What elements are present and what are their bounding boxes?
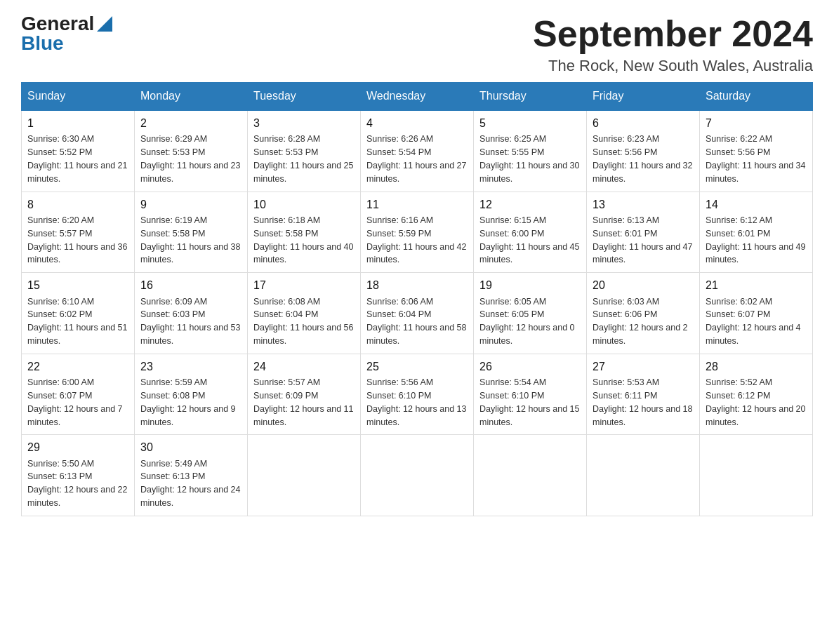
day-info: Sunrise: 6:08 AMSunset: 6:04 PMDaylight:…: [253, 297, 353, 347]
calendar-cell: 20 Sunrise: 6:03 AMSunset: 6:06 PMDaylig…: [587, 273, 700, 354]
calendar-cell: [248, 435, 361, 516]
header-sunday: Sunday: [22, 83, 135, 111]
header-wednesday: Wednesday: [361, 83, 474, 111]
day-info: Sunrise: 6:03 AMSunset: 6:06 PMDaylight:…: [593, 297, 688, 347]
calendar-cell: 5 Sunrise: 6:25 AMSunset: 5:55 PMDayligh…: [474, 110, 587, 192]
day-number: 11: [366, 196, 468, 213]
calendar-cell: 3 Sunrise: 6:28 AMSunset: 5:53 PMDayligh…: [248, 110, 361, 192]
logo: General Blue: [21, 14, 114, 55]
day-info: Sunrise: 6:02 AMSunset: 6:07 PMDaylight:…: [706, 297, 801, 347]
day-info: Sunrise: 5:57 AMSunset: 6:09 PMDaylight:…: [253, 377, 353, 427]
day-info: Sunrise: 6:26 AMSunset: 5:54 PMDaylight:…: [366, 134, 466, 184]
calendar-cell: 10 Sunrise: 6:18 AMSunset: 5:58 PMDaylig…: [248, 192, 361, 273]
day-number: 3: [253, 115, 355, 131]
day-number: 29: [27, 439, 128, 455]
day-number: 30: [140, 439, 241, 455]
day-info: Sunrise: 6:23 AMSunset: 5:56 PMDaylight:…: [593, 134, 692, 184]
day-info: Sunrise: 6:10 AMSunset: 6:02 PMDaylight:…: [27, 297, 127, 347]
day-info: Sunrise: 6:00 AMSunset: 6:07 PMDaylight:…: [27, 377, 123, 427]
header-tuesday: Tuesday: [248, 83, 361, 111]
day-number: 13: [593, 196, 694, 213]
header-friday: Friday: [587, 83, 700, 111]
day-info: Sunrise: 5:54 AMSunset: 6:10 PMDaylight:…: [479, 377, 579, 427]
day-number: 8: [27, 196, 128, 213]
day-number: 12: [479, 196, 581, 213]
day-info: Sunrise: 6:30 AMSunset: 5:52 PMDaylight:…: [27, 134, 127, 184]
header-monday: Monday: [135, 83, 248, 111]
calendar-cell: 27 Sunrise: 5:53 AMSunset: 6:11 PMDaylig…: [587, 354, 700, 435]
calendar-cell: [474, 435, 587, 516]
calendar-subtitle: The Rock, New South Wales, Australia: [533, 57, 813, 75]
calendar-week-row: 8 Sunrise: 6:20 AMSunset: 5:57 PMDayligh…: [22, 192, 813, 273]
day-number: 15: [27, 277, 128, 293]
header-thursday: Thursday: [474, 83, 587, 111]
day-number: 16: [140, 277, 241, 293]
day-number: 25: [366, 358, 468, 375]
day-headers-row: Sunday Monday Tuesday Wednesday Thursday…: [22, 83, 813, 111]
day-number: 28: [706, 358, 807, 375]
day-number: 22: [27, 358, 128, 375]
day-number: 27: [593, 358, 694, 375]
calendar-cell: 11 Sunrise: 6:16 AMSunset: 5:59 PMDaylig…: [361, 192, 474, 273]
day-info: Sunrise: 6:06 AMSunset: 6:04 PMDaylight:…: [366, 297, 466, 347]
calendar-week-row: 1 Sunrise: 6:30 AMSunset: 5:52 PMDayligh…: [22, 110, 813, 192]
day-number: 21: [706, 277, 807, 293]
calendar-cell: [361, 435, 474, 516]
day-info: Sunrise: 5:59 AMSunset: 6:08 PMDaylight:…: [140, 377, 236, 427]
day-info: Sunrise: 6:05 AMSunset: 6:05 PMDaylight:…: [479, 297, 575, 347]
calendar-cell: 9 Sunrise: 6:19 AMSunset: 5:58 PMDayligh…: [135, 192, 248, 273]
day-number: 9: [140, 196, 241, 213]
calendar-cell: 2 Sunrise: 6:29 AMSunset: 5:53 PMDayligh…: [135, 110, 248, 192]
day-info: Sunrise: 6:20 AMSunset: 5:57 PMDaylight:…: [27, 215, 127, 265]
calendar-cell: 18 Sunrise: 6:06 AMSunset: 6:04 PMDaylig…: [361, 273, 474, 354]
svg-marker-0: [97, 16, 112, 32]
title-area: September 2024 The Rock, New South Wales…: [533, 14, 813, 75]
calendar-cell: 17 Sunrise: 6:08 AMSunset: 6:04 PMDaylig…: [248, 273, 361, 354]
day-info: Sunrise: 6:18 AMSunset: 5:58 PMDaylight:…: [253, 215, 353, 265]
header-saturday: Saturday: [700, 83, 813, 111]
calendar-cell: 28 Sunrise: 5:52 AMSunset: 6:12 PMDaylig…: [700, 354, 813, 435]
day-info: Sunrise: 5:53 AMSunset: 6:11 PMDaylight:…: [593, 377, 692, 427]
day-number: 1: [27, 115, 128, 131]
day-number: 6: [593, 115, 694, 131]
calendar-cell: 8 Sunrise: 6:20 AMSunset: 5:57 PMDayligh…: [22, 192, 135, 273]
calendar-cell: 7 Sunrise: 6:22 AMSunset: 5:56 PMDayligh…: [700, 110, 813, 192]
calendar-cell: 16 Sunrise: 6:09 AMSunset: 6:03 PMDaylig…: [135, 273, 248, 354]
day-info: Sunrise: 6:13 AMSunset: 6:01 PMDaylight:…: [593, 215, 692, 265]
day-info: Sunrise: 6:28 AMSunset: 5:53 PMDaylight:…: [253, 134, 353, 184]
calendar-cell: [587, 435, 700, 516]
calendar-cell: [700, 435, 813, 516]
calendar-cell: 25 Sunrise: 5:56 AMSunset: 6:10 PMDaylig…: [361, 354, 474, 435]
day-info: Sunrise: 5:52 AMSunset: 6:12 PMDaylight:…: [706, 377, 805, 427]
calendar-cell: 22 Sunrise: 6:00 AMSunset: 6:07 PMDaylig…: [22, 354, 135, 435]
day-info: Sunrise: 6:12 AMSunset: 6:01 PMDaylight:…: [706, 215, 805, 265]
day-number: 2: [140, 115, 241, 131]
calendar-cell: 13 Sunrise: 6:13 AMSunset: 6:01 PMDaylig…: [587, 192, 700, 273]
day-number: 4: [366, 115, 468, 131]
day-info: Sunrise: 6:25 AMSunset: 5:55 PMDaylight:…: [479, 134, 579, 184]
logo-triangle-icon: [97, 16, 112, 32]
calendar-cell: 1 Sunrise: 6:30 AMSunset: 5:52 PMDayligh…: [22, 110, 135, 192]
calendar-cell: 6 Sunrise: 6:23 AMSunset: 5:56 PMDayligh…: [587, 110, 700, 192]
day-info: Sunrise: 5:49 AMSunset: 6:13 PMDaylight:…: [140, 459, 240, 509]
calendar-cell: 4 Sunrise: 6:26 AMSunset: 5:54 PMDayligh…: [361, 110, 474, 192]
day-number: 18: [366, 277, 468, 293]
day-number: 20: [593, 277, 694, 293]
day-number: 5: [479, 115, 581, 131]
day-number: 26: [479, 358, 581, 375]
calendar-cell: 23 Sunrise: 5:59 AMSunset: 6:08 PMDaylig…: [135, 354, 248, 435]
day-info: Sunrise: 6:29 AMSunset: 5:53 PMDaylight:…: [140, 134, 240, 184]
day-info: Sunrise: 6:16 AMSunset: 5:59 PMDaylight:…: [366, 215, 466, 265]
calendar-cell: 15 Sunrise: 6:10 AMSunset: 6:02 PMDaylig…: [22, 273, 135, 354]
day-number: 24: [253, 358, 355, 375]
calendar-table: Sunday Monday Tuesday Wednesday Thursday…: [21, 82, 813, 516]
day-number: 10: [253, 196, 355, 213]
day-number: 14: [706, 196, 807, 213]
day-info: Sunrise: 5:56 AMSunset: 6:10 PMDaylight:…: [366, 377, 466, 427]
day-info: Sunrise: 6:22 AMSunset: 5:56 PMDaylight:…: [706, 134, 805, 184]
calendar-week-row: 29 Sunrise: 5:50 AMSunset: 6:13 PMDaylig…: [22, 435, 813, 516]
day-number: 19: [479, 277, 581, 293]
calendar-cell: 30 Sunrise: 5:49 AMSunset: 6:13 PMDaylig…: [135, 435, 248, 516]
calendar-week-row: 15 Sunrise: 6:10 AMSunset: 6:02 PMDaylig…: [22, 273, 813, 354]
calendar-cell: 26 Sunrise: 5:54 AMSunset: 6:10 PMDaylig…: [474, 354, 587, 435]
